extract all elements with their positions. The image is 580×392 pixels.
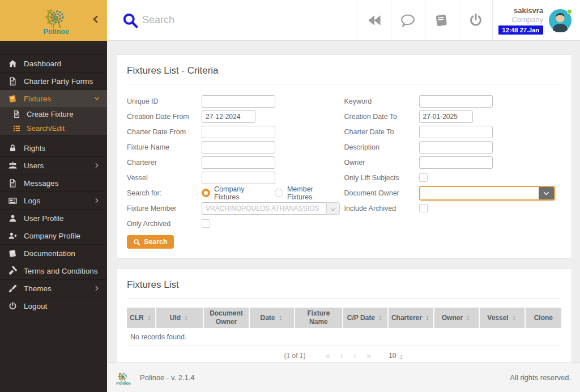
content-area: Fixtures List - Criteria Unique ID Creat… bbox=[107, 41, 580, 363]
field-label: Creation Date To bbox=[344, 113, 419, 121]
chat-icon bbox=[400, 12, 416, 28]
book-icon bbox=[8, 94, 18, 104]
column-header-owner[interactable]: Owner bbox=[433, 308, 479, 328]
only-archived-label: Only Archived bbox=[127, 220, 202, 228]
column-label: Vessel bbox=[487, 314, 508, 322]
sidebar-item-themes[interactable]: Themes bbox=[0, 279, 107, 297]
sidebar-item-fixtures[interactable]: Fixtures bbox=[0, 90, 107, 107]
next-page-button[interactable]: › bbox=[353, 351, 356, 360]
search-for-label: Search for: bbox=[127, 189, 202, 197]
brand-name: Polinoe bbox=[44, 28, 69, 36]
creation-date-to-input[interactable] bbox=[419, 110, 473, 123]
last-page-button[interactable]: » bbox=[366, 351, 371, 360]
only-archived-checkbox[interactable] bbox=[202, 219, 210, 228]
fixtures-table: CLR UId Document Owner Date bbox=[127, 308, 561, 363]
user-block[interactable]: sakisvra Company 12:48 27.Jan bbox=[493, 0, 580, 40]
polinoe-wheel-icon bbox=[42, 5, 71, 29]
column-header-charterer[interactable]: Charterer bbox=[387, 308, 433, 328]
column-header-uid[interactable]: UId bbox=[155, 308, 203, 328]
gavel-icon bbox=[8, 266, 18, 276]
sidebar-item-label: Dashboard bbox=[24, 59, 61, 68]
keyword-input[interactable] bbox=[419, 95, 493, 108]
sidebar-item-search-edit[interactable]: Search/Edit bbox=[0, 121, 107, 135]
global-search bbox=[107, 0, 311, 40]
sidebar-collapse-icon[interactable] bbox=[91, 15, 100, 24]
users-icon bbox=[8, 161, 18, 171]
power-icon bbox=[468, 12, 484, 28]
sidebar-item-logs[interactable]: Logs bbox=[0, 191, 107, 209]
column-label: C/P Date bbox=[347, 314, 375, 322]
column-label: UId bbox=[170, 314, 181, 322]
polinoe-wheel-icon bbox=[116, 370, 131, 382]
column-header-clr[interactable]: CLR bbox=[127, 308, 155, 328]
back-button[interactable] bbox=[357, 0, 391, 40]
sidebar-item-terms-and-conditions[interactable]: Terms and Conditions bbox=[0, 262, 107, 279]
sidebar-item-label: Documentation bbox=[24, 249, 75, 258]
only-lift-subjects-label: Only Lift Subjects bbox=[344, 174, 419, 182]
description-input[interactable] bbox=[419, 141, 493, 154]
column-header-clone: Clone bbox=[524, 308, 561, 328]
only-lift-subjects-checkbox[interactable] bbox=[419, 173, 428, 182]
radio-label: Member Fixtures bbox=[287, 185, 330, 201]
avatar[interactable] bbox=[548, 8, 572, 32]
field-label: Description bbox=[344, 143, 419, 151]
column-label: Fixture Name bbox=[297, 309, 339, 326]
column-label: Document Owner bbox=[206, 309, 246, 326]
first-page-button[interactable]: « bbox=[325, 351, 330, 360]
sidebar-item-label: Rights bbox=[24, 144, 45, 152]
sort-icon bbox=[511, 315, 517, 321]
documentation-button[interactable] bbox=[425, 0, 459, 40]
vessel-input[interactable] bbox=[202, 172, 275, 184]
search-input[interactable] bbox=[142, 14, 289, 26]
sidebar-item-documentation[interactable]: Documentation bbox=[0, 244, 107, 262]
fixtures-list-card: Fixtures List CLR UId Document Ow bbox=[116, 269, 572, 363]
sidebar-item-rights[interactable]: Rights bbox=[0, 139, 107, 156]
owner-input[interactable] bbox=[419, 156, 493, 169]
table-header-row: CLR UId Document Owner Date bbox=[127, 308, 561, 328]
field-label: Keyword bbox=[344, 97, 419, 105]
fixture-name-input[interactable] bbox=[202, 141, 275, 154]
sidebar-item-label: Themes bbox=[24, 284, 52, 293]
logout-button[interactable] bbox=[459, 0, 493, 40]
column-header-cp-date[interactable]: C/P Date bbox=[342, 308, 388, 328]
sidebar-item-logout[interactable]: Logout bbox=[0, 297, 107, 314]
radio-member-fixtures[interactable]: Member Fixtures bbox=[275, 185, 330, 201]
search-button[interactable]: Search bbox=[127, 235, 174, 249]
search-button-label: Search bbox=[144, 238, 168, 246]
charterer-input[interactable] bbox=[202, 156, 275, 169]
pagination: (1 of 1) « ‹ › » 10 bbox=[127, 346, 561, 363]
sidebar-item-create-fixture[interactable]: Create Fixture bbox=[0, 107, 107, 121]
sidebar-item-users[interactable]: Users bbox=[0, 156, 107, 174]
column-header-date[interactable]: Date bbox=[249, 308, 295, 328]
sidebar-item-label: Charter Party Forms bbox=[24, 77, 93, 86]
search-icon[interactable] bbox=[122, 12, 139, 29]
prev-page-button[interactable]: ‹ bbox=[340, 351, 343, 360]
column-header-vessel[interactable]: Vessel bbox=[479, 308, 524, 328]
sidebar-item-messages[interactable]: Messages bbox=[0, 174, 107, 191]
document-owner-dropdown-button[interactable] bbox=[539, 187, 554, 199]
radio-company-fixtures[interactable]: Company Fixtures bbox=[202, 185, 260, 201]
include-archived-checkbox[interactable] bbox=[419, 204, 428, 212]
fixture-member-input bbox=[202, 202, 326, 215]
charter-date-from-input[interactable] bbox=[202, 126, 275, 138]
field-label: Creation Date From bbox=[127, 113, 202, 121]
sidebar-item-label: Messages bbox=[24, 179, 59, 188]
fixture-member-label: Fixture Member bbox=[127, 204, 202, 212]
sidebar-item-user-profile[interactable]: User Profile bbox=[0, 209, 107, 227]
sidebar-item-label: Logout bbox=[24, 302, 47, 310]
messages-button[interactable] bbox=[391, 0, 425, 40]
creation-date-from-input[interactable] bbox=[202, 110, 255, 123]
user-role: Company bbox=[511, 15, 543, 24]
footer-brand-name: Polinoe bbox=[116, 381, 130, 385]
document-owner-input[interactable] bbox=[420, 187, 539, 199]
sidebar-item-company-profile[interactable]: Company Profile bbox=[0, 227, 107, 244]
include-archived-label: Include Archived bbox=[344, 204, 419, 212]
criteria-card: Fixtures List - Criteria Unique ID Creat… bbox=[116, 54, 572, 258]
charter-date-to-input[interactable] bbox=[419, 126, 493, 138]
page-size-select[interactable]: 10 bbox=[389, 352, 404, 360]
unique-id-input[interactable] bbox=[202, 95, 275, 108]
column-label: Date bbox=[260, 314, 275, 322]
sidebar-item-charter-party-forms[interactable]: Charter Party Forms bbox=[0, 72, 107, 90]
sidebar-item-dashboard[interactable]: Dashboard bbox=[0, 54, 107, 72]
fixture-member-dropdown-button[interactable] bbox=[326, 202, 340, 215]
